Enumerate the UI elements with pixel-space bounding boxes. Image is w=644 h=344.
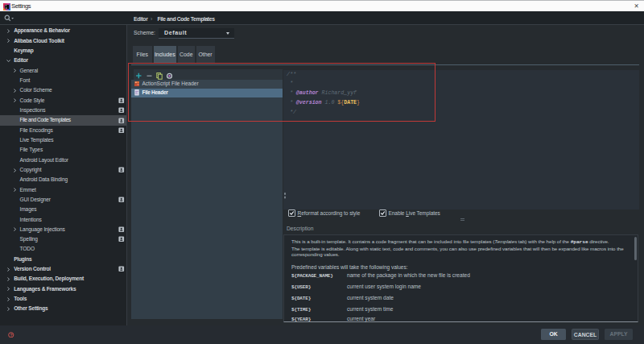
svg-text:?: ? — [10, 333, 12, 338]
